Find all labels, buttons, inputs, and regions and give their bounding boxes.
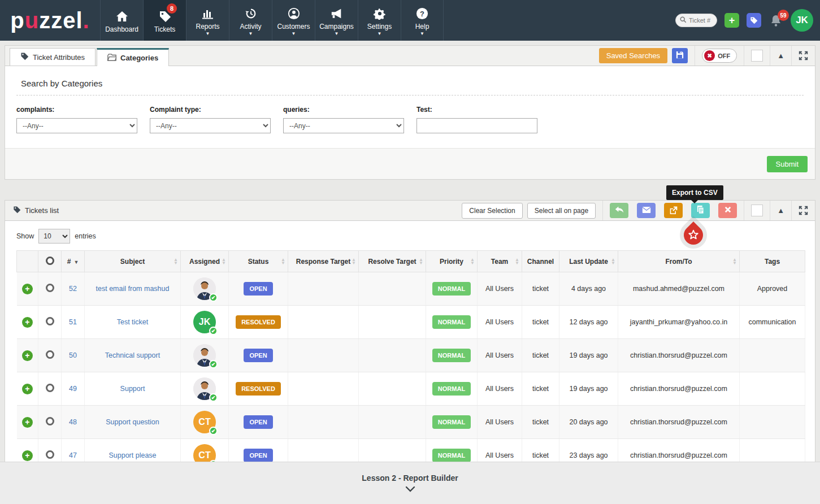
ticket-id-link[interactable]: 52 [69,285,77,293]
chevron-down-icon [405,486,416,493]
select-row-radio[interactable] [46,417,54,425]
new-ticket-button[interactable]: + [724,13,739,28]
last-update-cell: 19 days ago [559,339,618,372]
from-to-cell: christian.thorsrud@puzzel.com [618,406,740,439]
nav-item-customers[interactable]: Customers▼ [272,0,315,41]
column-header-channel[interactable]: Channel [522,251,559,272]
expand-row-button[interactable]: + [22,384,33,394]
select-row-radio[interactable] [46,317,54,325]
ticket-id-link[interactable]: 48 [69,418,77,426]
category-filter-fields: complaints:--Any--Complaint type:--Any--… [16,103,804,148]
ticket-id-link[interactable]: 50 [69,351,77,359]
select-row-radio[interactable] [46,284,54,292]
email-button[interactable] [637,203,656,218]
tickets-table: #▼Subject▲▼Assigned▲▼Status▲▼Response Ta… [16,250,805,472]
column-header-team[interactable]: Team▲▼ [478,251,522,272]
expand-row-button[interactable]: + [22,450,33,461]
priority-badge: NORMAL [432,349,471,362]
sort-icon: ▲▼ [470,258,475,265]
tag-button[interactable] [747,13,761,28]
list-checkbox[interactable] [751,205,763,216]
nav-item-reports[interactable]: Reports▼ [186,0,229,41]
ticket-subject-link[interactable]: Support [120,385,145,393]
lesson-footer: Lesson 2 - Report Builder [0,462,820,504]
collapse-panel-button[interactable]: ▲ [777,51,784,60]
ticket-id-link[interactable]: 51 [69,318,77,326]
tickets-list-title: Tickets list [25,206,59,215]
copy-document-button[interactable] [691,203,710,218]
save-search-button[interactable] [672,48,688,63]
expand-list-button[interactable] [799,206,808,215]
lesson-expand-chevron[interactable] [405,486,416,493]
logo-dot: . [83,8,90,33]
last-update-cell: 19 days ago [559,372,618,406]
reply-button[interactable] [610,203,628,218]
column-header--[interactable]: #▼ [62,251,85,272]
complaint-type-select[interactable]: --Any-- [150,118,271,133]
column-header-resolve-target[interactable]: Resolve Target▲▼ [359,251,426,272]
field-queries: queries:--Any-- [283,106,404,133]
notifications-bell[interactable]: 59 [769,12,783,29]
ticket-subject-link[interactable]: Support question [106,418,159,426]
panel-checkbox[interactable] [751,50,763,62]
column-header-status[interactable]: Status▲▼ [229,251,288,272]
ticket-number-search[interactable] [675,14,717,27]
tickets-list-controls: Clear Selection Select all on page ▲ [455,201,815,220]
expand-row-button[interactable]: + [22,317,33,328]
column-header-assigned[interactable]: Assigned▲▼ [181,251,229,272]
assignee-avatar: ✔ [193,377,216,400]
delete-icon [724,206,732,215]
column-header-tags[interactable]: Tags [740,251,805,272]
tab-ticket-attributes[interactable]: Ticket Attributes [10,48,96,66]
submit-button[interactable]: Submit [767,156,808,172]
nav-item-settings[interactable]: Settings▼ [358,0,401,41]
ticket-subject-link[interactable]: Technical support [105,351,160,359]
expand-panel-button[interactable] [799,51,808,60]
ticket-row-49: +49Support✔RESOLVEDNORMALAll Usersticket… [17,372,805,406]
resolve-target-cell [359,339,426,372]
nav-item-help[interactable]: ?Help▼ [401,0,444,41]
expand-row-button[interactable]: + [22,350,33,361]
nav-item-campaigns[interactable]: Campaigns▼ [315,0,358,41]
expand-row-button[interactable]: + [22,284,33,294]
expand-column-header [17,251,38,272]
column-header-last-update[interactable]: Last Update▲▼ [559,251,618,272]
filters-toggle[interactable]: ✖ OFF [702,49,737,63]
divider [16,95,804,95]
select-row-radio[interactable] [46,350,54,359]
ticket-search-input[interactable] [689,17,716,24]
caret-down-icon: ▼ [420,32,424,36]
test-input[interactable] [416,118,537,133]
column-header-response-target[interactable]: Response Target▲▼ [288,251,359,272]
ticket-subject-link[interactable]: test email from mashud [96,285,170,293]
last-update-cell: 4 days ago [559,272,618,306]
ticket-id-link[interactable]: 47 [69,451,77,459]
select-row-radio[interactable] [46,384,54,392]
saved-searches-button[interactable]: Saved Searches [599,48,667,63]
user-avatar[interactable]: JK [791,9,813,32]
select-row-radio[interactable] [46,450,54,459]
column-header-priority[interactable]: Priority▲▼ [426,251,478,272]
last-update-cell: 20 days ago [559,406,618,439]
tab-categories[interactable]: Categories [97,48,169,66]
nav-item-tickets[interactable]: 8Tickets [143,0,186,41]
complaints-select[interactable]: --Any-- [16,118,137,133]
expand-row-button[interactable]: + [22,417,33,428]
column-header-from-to[interactable]: From/To▲▼ [618,251,740,272]
nav-items: Dashboard8TicketsReports▼Activity▼Custom… [100,0,444,41]
page-size-select[interactable]: 10 [38,229,70,244]
select-all-on-page-button[interactable]: Select all on page [527,203,596,219]
ticket-subject-link[interactable]: Test ticket [117,318,149,326]
home-icon [116,10,128,23]
ticket-id-link[interactable]: 49 [69,385,77,393]
ticket-subject-link[interactable]: Support please [109,451,156,459]
nav-item-activity[interactable]: Activity▼ [229,0,272,41]
column-header-subject[interactable]: Subject▲▼ [85,251,181,272]
queries-select[interactable]: --Any-- [283,118,404,133]
collapse-list-button[interactable]: ▲ [777,206,784,215]
delete-button[interactable] [718,203,737,218]
clear-selection-button[interactable]: Clear Selection [462,203,522,219]
nav-item-dashboard[interactable]: Dashboard [100,0,143,41]
export-to-csv-button[interactable] [664,203,683,218]
priority-badge: NORMAL [432,415,471,429]
